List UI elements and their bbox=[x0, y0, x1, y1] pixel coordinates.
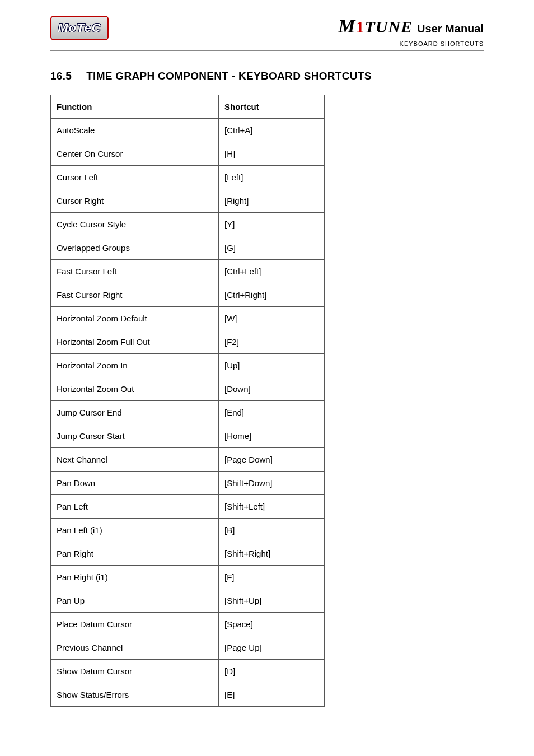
shortcut-cell: [End] bbox=[219, 401, 325, 424]
table-row: Pan Left[Shift+Left] bbox=[51, 495, 325, 519]
header-right: M1TUNE User Manual KEYBOARD SHORTCUTS bbox=[338, 16, 484, 47]
function-cell: Fast Cursor Left bbox=[51, 260, 219, 283]
table-row: Show Datum Cursor[D] bbox=[51, 660, 325, 683]
table-row: Cursor Left[Left] bbox=[51, 166, 325, 189]
table-row: Place Datum Cursor[Space] bbox=[51, 613, 325, 636]
table-row: Overlapped Groups[G] bbox=[51, 236, 325, 260]
table-row: Fast Cursor Right[Ctrl+Right] bbox=[51, 283, 325, 307]
table-header-row: Function Shortcut bbox=[51, 95, 325, 119]
page-header: MoTeC M1TUNE User Manual KEYBOARD SHORTC… bbox=[50, 16, 484, 51]
header-subhead: KEYBOARD SHORTCUTS bbox=[338, 40, 484, 47]
col-shortcut: Shortcut bbox=[219, 95, 325, 119]
table-row: Pan Right (i1)[F] bbox=[51, 566, 325, 589]
shortcut-cell: [Ctrl+Left] bbox=[219, 260, 325, 283]
brand-m: M bbox=[338, 16, 355, 36]
function-cell: Show Datum Cursor bbox=[51, 660, 219, 683]
function-cell: Horizontal Zoom Full Out bbox=[51, 330, 219, 354]
function-cell: Show Status/Errors bbox=[51, 683, 219, 707]
shortcut-cell: [Y] bbox=[219, 213, 325, 236]
shortcut-cell: [Shift+Up] bbox=[219, 589, 325, 613]
table-row: Horizontal Zoom Default[W] bbox=[51, 307, 325, 330]
table-row: Horizontal Zoom Full Out[F2] bbox=[51, 330, 325, 354]
table-row: Previous Channel[Page Up] bbox=[51, 636, 325, 660]
function-cell: Cursor Left bbox=[51, 166, 219, 189]
shortcut-cell: [Shift+Right] bbox=[219, 542, 325, 566]
table-row: Pan Left (i1)[B] bbox=[51, 519, 325, 542]
table-row: Cursor Right[Right] bbox=[51, 189, 325, 213]
function-cell: Pan Up bbox=[51, 589, 219, 613]
table-row: Horizontal Zoom Out[Down] bbox=[51, 377, 325, 401]
shortcut-cell: [Home] bbox=[219, 424, 325, 448]
table-row: Jump Cursor End[End] bbox=[51, 401, 325, 424]
function-cell: Pan Left bbox=[51, 495, 219, 519]
shortcut-cell: [D] bbox=[219, 660, 325, 683]
table-row: Pan Up[Shift+Up] bbox=[51, 589, 325, 613]
function-cell: Horizontal Zoom In bbox=[51, 354, 219, 377]
table-row: Pan Right[Shift+Right] bbox=[51, 542, 325, 566]
table-row: Center On Cursor[H] bbox=[51, 142, 325, 166]
function-cell: Jump Cursor End bbox=[51, 401, 219, 424]
function-cell: Cursor Right bbox=[51, 189, 219, 213]
shortcut-cell: [G] bbox=[219, 236, 325, 260]
brand-m1tune: M1TUNE bbox=[338, 16, 413, 37]
function-cell: Pan Right bbox=[51, 542, 219, 566]
section-title-text: TIME GRAPH COMPONENT - KEYBOARD SHORTCUT… bbox=[86, 70, 371, 82]
shortcut-cell: [Up] bbox=[219, 354, 325, 377]
shortcut-cell: [Space] bbox=[219, 613, 325, 636]
function-cell: Pan Right (i1) bbox=[51, 566, 219, 589]
table-row: Cycle Cursor Style[Y] bbox=[51, 213, 325, 236]
shortcut-cell: [B] bbox=[219, 519, 325, 542]
table-row: Next Channel[Page Down] bbox=[51, 448, 325, 472]
shortcut-cell: [Left] bbox=[219, 166, 325, 189]
table-row: AutoScale[Ctrl+A] bbox=[51, 119, 325, 142]
function-cell: Horizontal Zoom Out bbox=[51, 377, 219, 401]
section-title: 16.5TIME GRAPH COMPONENT - KEYBOARD SHOR… bbox=[50, 70, 484, 82]
shortcut-cell: [Down] bbox=[219, 377, 325, 401]
table-row: Fast Cursor Left[Ctrl+Left] bbox=[51, 260, 325, 283]
function-cell: AutoScale bbox=[51, 119, 219, 142]
shortcut-cell: [Ctrl+A] bbox=[219, 119, 325, 142]
shortcut-cell: [H] bbox=[219, 142, 325, 166]
section-number: 16.5 bbox=[50, 70, 72, 82]
shortcut-cell: [Shift+Down] bbox=[219, 472, 325, 495]
function-cell: Cycle Cursor Style bbox=[51, 213, 219, 236]
col-function: Function bbox=[51, 95, 219, 119]
function-cell: Previous Channel bbox=[51, 636, 219, 660]
shortcuts-table: Function Shortcut AutoScale[Ctrl+A]Cente… bbox=[50, 95, 325, 707]
function-cell: Next Channel bbox=[51, 448, 219, 472]
user-manual-label: User Manual bbox=[417, 22, 484, 35]
function-cell: Fast Cursor Right bbox=[51, 283, 219, 307]
table-row: Pan Down[Shift+Down] bbox=[51, 472, 325, 495]
shortcut-cell: [F] bbox=[219, 566, 325, 589]
shortcut-cell: [Shift+Left] bbox=[219, 495, 325, 519]
footer-rule bbox=[50, 724, 484, 724]
function-cell: Center On Cursor bbox=[51, 142, 219, 166]
shortcut-cell: [Page Down] bbox=[219, 448, 325, 472]
shortcut-cell: [Right] bbox=[219, 189, 325, 213]
table-row: Jump Cursor Start[Home] bbox=[51, 424, 325, 448]
shortcut-cell: [F2] bbox=[219, 330, 325, 354]
brand-one: 1 bbox=[355, 17, 364, 36]
function-cell: Overlapped Groups bbox=[51, 236, 219, 260]
table-row: Horizontal Zoom In[Up] bbox=[51, 354, 325, 377]
function-cell: Pan Left (i1) bbox=[51, 519, 219, 542]
shortcut-cell: [Ctrl+Right] bbox=[219, 283, 325, 307]
function-cell: Pan Down bbox=[51, 472, 219, 495]
shortcut-cell: [Page Up] bbox=[219, 636, 325, 660]
function-cell: Place Datum Cursor bbox=[51, 613, 219, 636]
shortcut-cell: [E] bbox=[219, 683, 325, 707]
function-cell: Jump Cursor Start bbox=[51, 424, 219, 448]
brand-tune: TUNE bbox=[364, 17, 413, 36]
motec-logo: MoTeC bbox=[50, 16, 109, 40]
function-cell: Horizontal Zoom Default bbox=[51, 307, 219, 330]
shortcut-cell: [W] bbox=[219, 307, 325, 330]
table-row: Show Status/Errors[E] bbox=[51, 683, 325, 707]
